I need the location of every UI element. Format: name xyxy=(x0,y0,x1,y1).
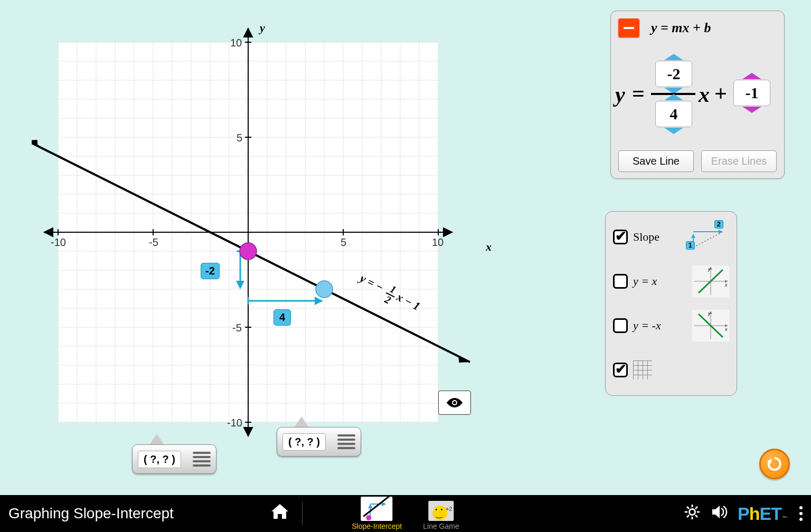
nav-divider xyxy=(302,502,303,525)
tick-pos5-y: 5 xyxy=(237,132,242,144)
svg-line-101 xyxy=(687,507,689,509)
grip-icon xyxy=(337,434,355,449)
save-line-button[interactable]: Save Line xyxy=(618,150,694,172)
interactive-equation: y = -2 4 x + -1 xyxy=(618,42,777,147)
audio-button[interactable] xyxy=(710,504,728,524)
slope-option-row: Slope 1 2 xyxy=(613,221,729,253)
erase-lines-button[interactable]: Erase Lines xyxy=(701,150,777,172)
tick-neg5-y: -5 xyxy=(232,322,242,334)
ynegx-label: y = -x xyxy=(633,319,661,332)
svg-text:x: x xyxy=(724,282,728,288)
tick-pos5-x: 5 xyxy=(341,236,346,249)
grip-icon xyxy=(193,452,211,467)
svg-line-75 xyxy=(693,232,723,248)
run-badge: 4 xyxy=(274,309,291,326)
phet-logo[interactable]: PhET ™ xyxy=(738,504,787,524)
eq-equals: = xyxy=(632,81,645,106)
svg-point-70 xyxy=(453,401,456,404)
tick-neg10-y: -10 xyxy=(227,417,242,429)
screen2-label: Line Game xyxy=(423,522,459,530)
point-tool-1[interactable]: ( ?, ? ) xyxy=(132,444,216,474)
svg-marker-43 xyxy=(244,28,252,37)
grid-option-row xyxy=(613,354,729,386)
screen2-thumb: +2 xyxy=(428,501,454,521)
tick-pos10-y: 10 xyxy=(230,37,242,49)
rise-value: -2 xyxy=(667,65,681,83)
yx-checkbox[interactable] xyxy=(613,274,628,289)
point-tool-visibility-button[interactable] xyxy=(438,391,471,415)
phet-menu-button[interactable] xyxy=(799,506,803,521)
rise-up-arrow[interactable] xyxy=(664,54,683,60)
nav-bar: Graphing Slope-Intercept Slope-Intercept… xyxy=(0,495,811,532)
grid-icon xyxy=(633,360,652,379)
yx-label: y = x xyxy=(633,274,657,288)
intercept-value: -1 xyxy=(746,84,759,102)
svg-marker-44 xyxy=(244,428,252,436)
screen-slope-intercept[interactable]: Slope-Intercept xyxy=(352,497,402,530)
home-button[interactable] xyxy=(269,502,290,526)
rise-badge: -2 xyxy=(201,263,220,279)
screen1-label: Slope-Intercept xyxy=(352,522,402,530)
graph-area: y = − 1 2 x − 1 y x -10 -5 5 10 10 5 -5 … xyxy=(32,16,507,440)
screen-line-game[interactable]: +2 Line Game xyxy=(423,501,459,530)
yx-option-row: y = x yx xyxy=(613,265,729,297)
reset-all-button[interactable] xyxy=(759,449,790,479)
svg-marker-47 xyxy=(444,228,452,236)
svg-line-104 xyxy=(695,507,697,509)
svg-text:y: y xyxy=(708,311,711,316)
run-up-arrow[interactable] xyxy=(664,94,683,100)
point-tool-1-coord: ( ?, ? ) xyxy=(138,451,181,468)
intercept-spinner[interactable]: -1 xyxy=(733,80,770,106)
screen1-thumb xyxy=(361,497,393,521)
y-axis-label: y xyxy=(260,21,265,35)
tick-neg5-x: -5 xyxy=(149,236,158,249)
svg-point-96 xyxy=(690,509,695,515)
svg-point-95 xyxy=(366,515,372,520)
slope-label: Slope xyxy=(633,230,659,244)
point-tool-2-coord: ( ?, ? ) xyxy=(282,433,326,451)
tick-neg10-x: -10 xyxy=(51,236,66,249)
equation-form-label: y = mx + b xyxy=(651,20,711,36)
tick-pos10-x: 10 xyxy=(432,236,444,249)
ynegx-option-row: y = -x yx xyxy=(613,310,729,341)
collapse-button[interactable] xyxy=(618,18,639,37)
slope-point[interactable] xyxy=(316,281,333,298)
intercept-point[interactable] xyxy=(240,243,257,260)
intercept-down-arrow[interactable] xyxy=(742,107,761,113)
ynegx-checkbox[interactable] xyxy=(613,318,628,333)
svg-marker-72 xyxy=(691,234,695,238)
ynegx-icon: yx xyxy=(692,310,729,341)
yx-icon: yx xyxy=(692,265,729,297)
graph-svg[interactable]: y = − 1 2 x − 1 xyxy=(32,16,507,438)
slope-checkbox[interactable] xyxy=(613,230,628,244)
svg-line-103 xyxy=(687,515,689,517)
svg-text:y: y xyxy=(708,267,711,272)
x-axis-label: x xyxy=(486,240,492,254)
svg-text:x: x xyxy=(724,327,728,332)
run-down-arrow[interactable] xyxy=(664,128,683,134)
rise-spinner[interactable]: -2 xyxy=(655,61,692,87)
eq-x: x xyxy=(699,82,710,107)
eq-plus: + xyxy=(714,81,727,106)
slope-icon: 1 2 xyxy=(688,221,729,253)
eq-y: y xyxy=(615,82,625,107)
grid-checkbox[interactable] xyxy=(613,363,628,377)
run-spinner[interactable]: 4 xyxy=(655,101,692,127)
svg-marker-94 xyxy=(382,502,386,506)
options-button[interactable] xyxy=(684,504,701,524)
run-value: 4 xyxy=(670,105,678,123)
point-tool-2[interactable]: ( ?, ? ) xyxy=(277,427,361,457)
sim-title: Graphing Slope-Intercept xyxy=(8,505,174,522)
svg-line-102 xyxy=(695,515,697,517)
options-panel: Slope 1 2 y = x yx y = -x yx xyxy=(605,211,737,396)
svg-marker-92 xyxy=(369,504,373,508)
equation-panel: y = mx + b y = -2 4 x + -1 Save Line Era… xyxy=(610,11,785,179)
svg-marker-46 xyxy=(44,228,53,236)
intercept-up-arrow[interactable] xyxy=(742,73,761,79)
